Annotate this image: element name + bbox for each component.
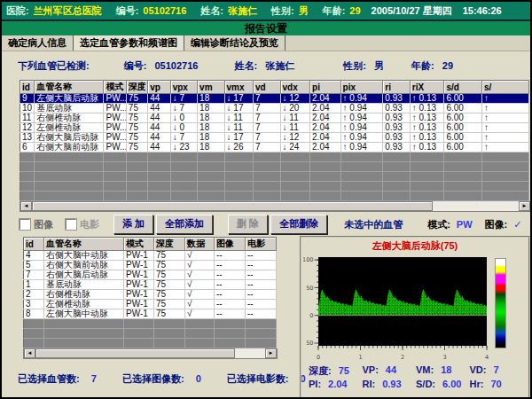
scroll-left-button[interactable]: ◄ <box>20 201 32 211</box>
table-cell: PW... <box>104 104 126 113</box>
gender-value: 男 <box>374 60 384 71</box>
table-row[interactable]: 10基底动脉PW...7544↓ 718↓ 177↓ 202.04↑ 0.940… <box>20 104 529 113</box>
table-cell: 右侧大脑后动脉 <box>35 133 104 143</box>
table-cell: 2.04 <box>310 104 341 113</box>
table-cell: 75 <box>154 261 185 270</box>
table-cell: 11 <box>20 113 35 123</box>
column-header[interactable]: 模式 <box>124 238 154 251</box>
table-cell: -- <box>246 300 277 309</box>
detected-caption: 下列血管已检测: <box>18 60 90 71</box>
cine-checkbox[interactable] <box>66 219 76 230</box>
table-cell: -- <box>215 270 246 280</box>
svg-text:1: 1 <box>358 354 362 361</box>
table-cell: ↑ 0.94 <box>340 94 383 104</box>
column-header[interactable]: 深度 <box>126 81 147 94</box>
table-row[interactable]: 1基底动脉PW-175√---- <box>24 280 277 290</box>
table-cell: ↓ 7 <box>170 104 197 113</box>
gender-value: 男 <box>299 4 309 18</box>
column-header[interactable]: vd <box>254 81 280 94</box>
horizontal-scrollbar[interactable]: ◄ ► <box>23 348 278 359</box>
table-cell: ↓ 11 <box>280 113 310 123</box>
column-header[interactable]: vmx <box>224 81 254 94</box>
table-row[interactable]: 11右侧椎动脉PW...7544↓ 018↓ 117↓ 112.04↑ 0.94… <box>20 113 529 123</box>
table-cell: 10 <box>20 104 35 113</box>
id-label: 编号: <box>116 4 139 18</box>
column-header[interactable]: s/d <box>444 81 482 94</box>
tab-patient-info[interactable]: 确定病人信息 <box>2 35 74 51</box>
table-cell: 18 <box>198 94 224 104</box>
table-row[interactable]: 5右侧大脑前动脉PW-175√---- <box>24 261 277 270</box>
table-cell: 2.04 <box>310 113 341 123</box>
column-header[interactable]: id <box>24 238 44 251</box>
name-label: 姓名: <box>200 4 223 18</box>
table-row[interactable]: 9左侧大脑后动脉PW...7544↓ 718↓ 177↓ 122.04↑ 0.9… <box>20 94 529 104</box>
patient-info-row: 下列血管已检测: 编号: 05102716 姓名: 张施仁 性别: 男 年龄: … <box>18 59 527 73</box>
table-row[interactable]: 3左侧椎动脉PW-175√---- <box>24 300 277 309</box>
scrollbar-track[interactable] <box>32 201 519 211</box>
vd-label: VD: <box>470 364 487 375</box>
table-row[interactable]: 6右侧大脑前动脉PW...7544↓ 2318↓ 267↓ 242.04↑ 0.… <box>20 143 529 153</box>
table-cell: 75 <box>154 251 185 261</box>
spectrum-panel: 左侧大脑后动脉(75) <box>300 236 530 399</box>
table-row[interactable]: 7右侧大脑后动脉PW-175√---- <box>24 270 277 280</box>
image-count-value: 0 <box>196 373 201 384</box>
column-header[interactable]: vp <box>148 81 170 94</box>
table-cell: -- <box>215 290 246 300</box>
table-cell: -- <box>215 300 246 309</box>
table-cell: 2.04 <box>310 143 341 153</box>
tab-vessel-params[interactable]: 选定血管参数和频谱图 <box>74 35 184 51</box>
delete-all-button[interactable]: 全部删除 <box>270 215 327 234</box>
column-header[interactable]: s/ <box>482 81 529 94</box>
table-row[interactable]: 4右侧大脑中动脉PW-175√---- <box>24 251 277 261</box>
column-header[interactable]: id <box>20 81 35 94</box>
svg-text:50: 50 <box>306 285 313 292</box>
scroll-right-button[interactable]: ► <box>265 348 277 358</box>
table-row[interactable]: 8左侧大脑中动脉PW-175√---- <box>24 309 277 319</box>
table-cell: ↑ 0.94 <box>340 104 383 113</box>
delete-button[interactable]: 删 除 <box>228 215 268 234</box>
scroll-left-button[interactable]: ◄ <box>24 348 35 358</box>
add-all-button[interactable]: 全部添加 <box>156 215 213 234</box>
report-settings-window: 医院: 兰州军区总医院 编号: 05102716 姓名: 张施仁 性别: 男 年… <box>0 0 532 399</box>
column-header[interactable]: pix <box>340 81 383 94</box>
gender-label: 性别: <box>343 60 366 71</box>
table-row[interactable]: 12左侧椎动脉PW...7544↓ 018↓ 117↓ 112.04↑ 0.94… <box>20 123 529 133</box>
tab-diagnosis-preview[interactable]: 编辑诊断结论及预览 <box>184 35 286 51</box>
scrollbar-track[interactable] <box>35 348 265 358</box>
table-row[interactable]: 13右侧大脑后动脉PW...7544↓ 718↓ 177↓ 122.04↑ 0.… <box>20 133 529 143</box>
column-header[interactable]: 数据 <box>185 238 215 251</box>
table-cell: ↑ 0.13 <box>410 113 444 123</box>
table-cell: 44 <box>148 143 170 153</box>
column-header[interactable]: vm <box>198 81 224 94</box>
vm-label: VM: <box>416 364 434 375</box>
table-cell: 0.93 <box>383 104 410 113</box>
horizontal-scrollbar[interactable]: ◄ ► <box>20 201 531 212</box>
table-cell: 右侧大脑前动脉 <box>35 143 104 153</box>
column-header[interactable]: riX <box>410 81 444 94</box>
image-checkbox[interactable] <box>20 219 30 230</box>
table-row[interactable]: 2右侧椎动脉PW-175√---- <box>24 290 277 300</box>
scroll-right-button[interactable]: ► <box>519 201 530 211</box>
table-cell: PW-1 <box>124 309 154 319</box>
column-header[interactable]: 血管名称 <box>44 238 124 251</box>
scrollbar-thumb[interactable] <box>32 201 433 211</box>
column-header[interactable]: ri <box>383 81 410 94</box>
table-cell: √ <box>185 270 215 280</box>
column-header[interactable]: 模式 <box>104 81 126 94</box>
scrollbar-thumb[interactable] <box>35 348 235 358</box>
table-cell: ↑ 0.94 <box>340 133 383 143</box>
column-header[interactable]: pi <box>310 81 341 94</box>
table-cell: 3 <box>24 300 44 309</box>
column-header[interactable]: 图像 <box>215 238 246 251</box>
column-header[interactable]: vdx <box>280 81 310 94</box>
column-header[interactable]: 电影 <box>246 238 277 251</box>
table-cell: ↑ <box>482 123 529 133</box>
table-cell: 6.00 <box>444 104 482 113</box>
column-header[interactable]: 深度 <box>154 238 185 251</box>
table-cell: ↓ 7 <box>170 133 197 143</box>
column-header[interactable]: 血管名称 <box>35 81 104 94</box>
add-button[interactable]: 添 加 <box>113 215 153 234</box>
column-header[interactable]: vpx <box>170 81 197 94</box>
date-text: 2005/10/27 星期四 <box>372 4 452 18</box>
table-cell: √ <box>185 251 215 261</box>
